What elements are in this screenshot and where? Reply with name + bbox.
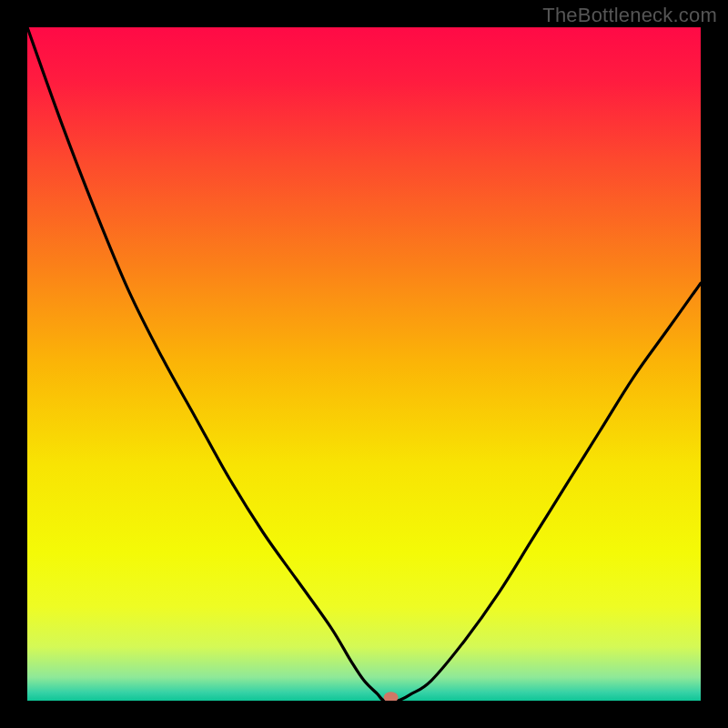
chart-svg (27, 27, 701, 701)
chart-stage: TheBottleneck.com (0, 0, 728, 728)
watermark-text: TheBottleneck.com (542, 4, 717, 27)
gradient-background (27, 27, 701, 701)
plot-area (27, 27, 701, 701)
